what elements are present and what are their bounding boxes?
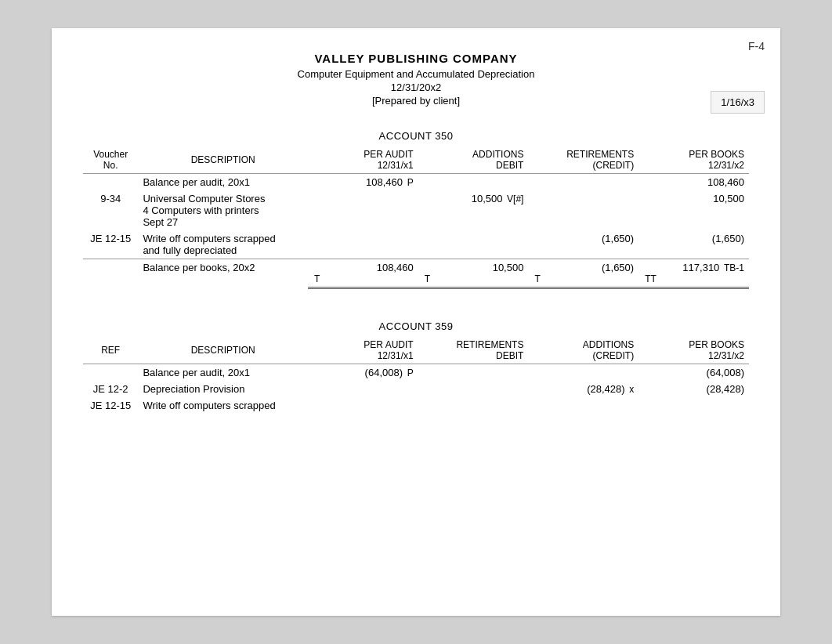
cell-per-audit <box>308 230 418 259</box>
cell-per-books: 10,500 <box>638 190 749 230</box>
cell-total-additions: 10,500 T <box>418 259 529 288</box>
cell-voucher <box>83 174 138 191</box>
account-359-label: ACCOUNT 359 <box>83 320 749 332</box>
col-header-description: DESCRIPTION <box>138 337 308 364</box>
date-box: 1/16/x3 <box>711 91 765 114</box>
col-header-description: DESCRIPTION <box>138 147 308 174</box>
table-row: Balance per audit, 20x1 (64,008) P (64,0… <box>83 364 749 382</box>
account-350-table: VoucherNo. DESCRIPTION PER AUDIT12/31/x1… <box>83 147 749 289</box>
cell-additions <box>528 397 638 414</box>
cell-desc: Depreciation Provision <box>138 381 308 397</box>
account-350-section: ACCOUNT 350 VoucherNo. DESCRIPTION PER A… <box>83 130 749 289</box>
cell-desc: Write off computers scrapped <box>138 397 308 414</box>
table-header-row: VoucherNo. DESCRIPTION PER AUDIT12/31/x1… <box>83 147 749 174</box>
cell-retirements <box>418 381 529 397</box>
cell-desc: Balance per audit, 20x1 <box>138 174 308 191</box>
cell-voucher <box>83 259 138 288</box>
cell-desc: Universal Computer Stores4 Computers wit… <box>138 190 308 230</box>
cell-retirements <box>528 190 638 230</box>
col-header-per-audit: PER AUDIT12/31/x1 <box>308 147 418 174</box>
col-header-additions: ADDITIONS(CREDIT) <box>528 337 638 364</box>
total-row: Balance per books, 20x2 108,460 T 10,500… <box>83 259 749 288</box>
cell-additions <box>418 174 529 191</box>
table-row: 9-34 Universal Computer Stores4 Computer… <box>83 190 749 230</box>
cell-retirements <box>528 174 638 191</box>
cell-per-books: 108,460 <box>638 174 749 191</box>
cell-per-books: (64,008) <box>638 364 749 382</box>
cell-additions <box>528 364 638 382</box>
page-header: VALLEY PUBLISHING COMPANY Computer Equip… <box>83 52 749 107</box>
cell-per-books: (1,650) <box>638 230 749 259</box>
table-header-row: REF DESCRIPTION PER AUDIT12/31/x1 RETIRE… <box>83 337 749 364</box>
cell-voucher: JE 12-15 <box>83 230 138 259</box>
cell-ref: JE 12-15 <box>83 397 138 414</box>
cell-voucher: 9-34 <box>83 190 138 230</box>
col-header-ref: REF <box>83 337 138 364</box>
cell-per-books: (28,428) <box>638 381 749 397</box>
account-359-section: ACCOUNT 359 REF DESCRIPTION PER AUDIT12/… <box>83 320 749 414</box>
cell-additions: (28,428) x <box>528 381 638 397</box>
cell-per-audit: 108,460 P <box>308 174 418 191</box>
cell-retirements <box>418 364 529 382</box>
cell-total-retirements: (1,650) T <box>528 259 638 288</box>
cell-ref <box>83 364 138 382</box>
subtitle3: [Prepared by client] <box>83 95 749 107</box>
col-header-per-books: PER BOOKS12/31/x2 <box>638 147 749 174</box>
main-page: F-4 VALLEY PUBLISHING COMPANY Computer E… <box>52 28 780 616</box>
cell-retirements <box>418 397 529 414</box>
corner-label: F-4 <box>748 40 765 52</box>
account-350-label: ACCOUNT 350 <box>83 130 749 142</box>
cell-per-audit: (64,008) P <box>308 364 418 382</box>
cell-total-per-books: 117,310 TB-1 TT <box>638 259 749 288</box>
cell-per-audit <box>308 397 418 414</box>
cell-desc: Balance per audit, 20x1 <box>138 364 308 382</box>
col-header-per-books: PER BOOKS12/31/x2 <box>638 337 749 364</box>
col-header-per-audit: PER AUDIT12/31/x1 <box>308 337 418 364</box>
account-359-table: REF DESCRIPTION PER AUDIT12/31/x1 RETIRE… <box>83 337 749 414</box>
table-row: JE 12-15 Write off computers scrappedand… <box>83 230 749 259</box>
col-header-retirements: RETIREMENTSDEBIT <box>418 337 529 364</box>
table-row: Balance per audit, 20x1 108,460 P 108,46… <box>83 174 749 191</box>
col-header-retirements: RETIREMENTS(CREDIT) <box>528 147 638 174</box>
cell-total-per-audit: 108,460 T <box>308 259 418 288</box>
subtitle1: Computer Equipment and Accumulated Depre… <box>83 68 749 80</box>
cell-additions: 10,500 V[#] <box>418 190 529 230</box>
table-row: JE 12-15 Write off computers scrapped <box>83 397 749 414</box>
company-name: VALLEY PUBLISHING COMPANY <box>83 52 749 65</box>
cell-desc: Write off computers scrappedand fully de… <box>138 230 308 259</box>
col-header-voucher: VoucherNo. <box>83 147 138 174</box>
col-header-additions: ADDITIONSDEBIT <box>418 147 529 174</box>
cell-additions <box>418 230 529 259</box>
cell-per-books <box>638 397 749 414</box>
cell-desc: Balance per books, 20x2 <box>138 259 308 288</box>
cell-per-audit <box>308 190 418 230</box>
cell-per-audit <box>308 381 418 397</box>
cell-ref: JE 12-2 <box>83 381 138 397</box>
table-row: JE 12-2 Depreciation Provision (28,428) … <box>83 381 749 397</box>
subtitle2: 12/31/20x2 <box>83 81 749 93</box>
cell-retirements: (1,650) <box>528 230 638 259</box>
